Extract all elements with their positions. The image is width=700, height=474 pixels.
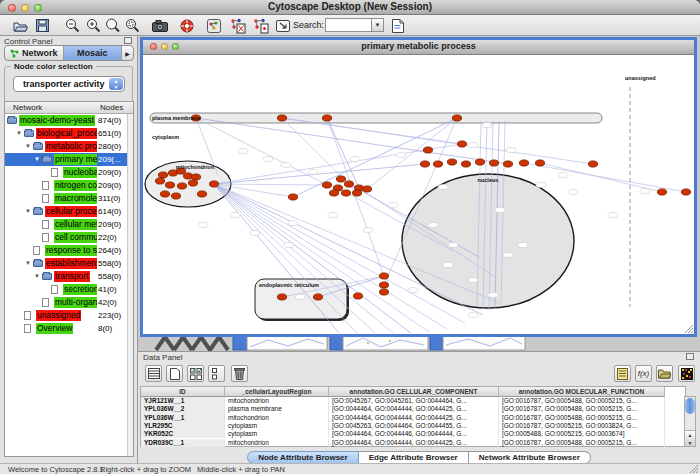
- data-panel-float-icon[interactable]: [686, 353, 694, 360]
- network-node[interactable]: [379, 289, 388, 295]
- table-row[interactable]: YDR039C__1mitochondrion[GO:0044464, GO:0…: [141, 439, 685, 447]
- window-titlebar[interactable]: Cytoscape Desktop (New Session): [0, 0, 700, 15]
- network-node[interactable]: [191, 174, 200, 180]
- tree-row[interactable]: multi-organism pro42(0): [5, 296, 128, 309]
- network-node[interactable]: [423, 147, 432, 153]
- network-node[interactable]: [457, 141, 466, 147]
- small-node-label[interactable]: [438, 185, 448, 190]
- small-node-label[interactable]: [238, 149, 248, 154]
- network-node[interactable]: [379, 282, 388, 288]
- tree-row[interactable]: ▼metabolic process280(0): [5, 140, 128, 153]
- delete-attribute-icon[interactable]: [231, 365, 248, 382]
- network-node[interactable]: [322, 115, 331, 121]
- tree-row[interactable]: response to stimulu264(0): [5, 244, 128, 257]
- new-document-icon[interactable]: [389, 17, 407, 34]
- tree-expander-icon[interactable]: ▼: [25, 257, 31, 270]
- zoom-fit-icon[interactable]: [103, 17, 121, 34]
- tree-expander-icon[interactable]: ▼: [34, 270, 40, 283]
- small-node-label[interactable]: [568, 190, 578, 195]
- new-attribute-icon[interactable]: [166, 365, 183, 382]
- tree-row[interactable]: ▼establishment of lo558(0): [5, 257, 128, 270]
- network-node[interactable]: [681, 189, 690, 195]
- heatmap-icon[interactable]: [678, 365, 695, 382]
- network-edge[interactable]: [367, 118, 457, 189]
- table-row[interactable]: YPL036W__2plasma membrane[GO:0044464, GO…: [141, 405, 685, 413]
- network-node[interactable]: [447, 159, 456, 165]
- small-node-label[interactable]: [495, 208, 505, 213]
- small-node-label[interactable]: [640, 189, 650, 194]
- network-node[interactable]: [197, 191, 206, 197]
- small-node-label[interactable]: [448, 243, 458, 248]
- network-node[interactable]: [452, 115, 461, 121]
- node-color-combobox[interactable]: transporter activity ▲▼: [13, 76, 125, 92]
- small-node-label[interactable]: [468, 313, 478, 318]
- import-attributes-icon[interactable]: [656, 365, 673, 382]
- small-node-label[interactable]: [518, 243, 528, 248]
- network-node[interactable]: [433, 161, 442, 167]
- table-row[interactable]: YLR295Ccytoplasm[GO:0045263, GO:0044464,…: [141, 422, 685, 430]
- table-column-header[interactable]: _cellularLayoutRegion: [225, 387, 329, 397]
- network-node[interactable]: [155, 178, 164, 184]
- float-panel-icon[interactable]: [124, 37, 132, 44]
- notepad-icon[interactable]: [614, 365, 631, 382]
- small-node-label[interactable]: [506, 148, 516, 153]
- small-node-label[interactable]: [488, 293, 498, 298]
- tab-overflow-arrow-icon[interactable]: ▶: [122, 46, 133, 60]
- small-node-label[interactable]: [295, 295, 305, 300]
- small-node-label[interactable]: [350, 157, 360, 162]
- network-node[interactable]: [329, 190, 338, 196]
- network-node[interactable]: [344, 181, 353, 187]
- tree-row[interactable]: ▼biological_process651(0): [5, 127, 128, 140]
- small-node-label[interactable]: [388, 203, 398, 208]
- network-node[interactable]: [288, 194, 297, 200]
- search-dropdown-icon[interactable]: ▼: [371, 18, 384, 32]
- tree-row[interactable]: Overview8(0): [5, 322, 128, 335]
- network-node[interactable]: [313, 294, 322, 300]
- tree-row[interactable]: mosaic-demo-yeast874(0): [5, 114, 128, 127]
- network-node[interactable]: [353, 293, 362, 299]
- hide-selected-nodes-icon[interactable]: [229, 17, 247, 34]
- attribute-table-icon[interactable]: [145, 365, 162, 382]
- small-node-label[interactable]: [482, 123, 492, 128]
- tree-expander-icon[interactable]: ▼: [25, 205, 31, 218]
- network-node[interactable]: [209, 181, 218, 187]
- small-node-label[interactable]: [443, 263, 453, 268]
- tree-row[interactable]: nucleobase-209(0): [5, 166, 128, 179]
- small-node-label[interactable]: [230, 213, 240, 218]
- tree-row[interactable]: nitrogen compo209(0): [5, 179, 128, 192]
- import-network-icon[interactable]: [274, 17, 292, 34]
- network-node[interactable]: [503, 161, 512, 167]
- search-input[interactable]: [325, 18, 371, 32]
- small-node-label[interactable]: [608, 213, 618, 218]
- network-node[interactable]: [277, 294, 286, 300]
- network-view-window[interactable]: primary metabolic process plasma membran…: [140, 37, 697, 337]
- network-node[interactable]: [171, 193, 180, 199]
- small-node-label[interactable]: [263, 157, 273, 162]
- hide-selected-edges-icon[interactable]: [252, 17, 270, 34]
- network-node[interactable]: [588, 161, 597, 167]
- network-node[interactable]: [322, 182, 331, 188]
- network-node[interactable]: [352, 190, 361, 196]
- vizmapper-icon[interactable]: [205, 17, 223, 34]
- tree-expander-icon[interactable]: ▼: [16, 127, 22, 140]
- small-node-label[interactable]: [281, 163, 291, 168]
- table-column-header[interactable]: annotation.GO MOLECULAR_FUNCTION: [499, 387, 665, 397]
- small-node-label[interactable]: [308, 170, 318, 175]
- network-node[interactable]: [160, 191, 169, 197]
- network-node[interactable]: [336, 176, 345, 182]
- open-folder-icon[interactable]: [11, 17, 29, 34]
- snapshot-camera-icon[interactable]: [151, 17, 169, 34]
- table-column-header[interactable]: annotation.GO CELLULAR_COMPONENT: [329, 387, 499, 397]
- tree-row[interactable]: cellular metabo209(0): [5, 218, 128, 231]
- small-node-label[interactable]: [250, 231, 260, 236]
- small-node-label[interactable]: [328, 213, 338, 218]
- network-node[interactable]: [188, 180, 197, 186]
- network-node[interactable]: [475, 159, 484, 165]
- table-row[interactable]: YKR052Ccytoplasm[GO:0044464, GO:0044446,…: [141, 430, 685, 438]
- tab-network[interactable]: Network: [5, 46, 64, 60]
- formula-icon[interactable]: f(x): [635, 365, 652, 382]
- zoom-out-icon[interactable]: [63, 17, 81, 34]
- tree-row[interactable]: secretion41(0): [5, 283, 128, 296]
- network-node[interactable]: [341, 190, 350, 196]
- small-node-label[interactable]: [284, 243, 294, 248]
